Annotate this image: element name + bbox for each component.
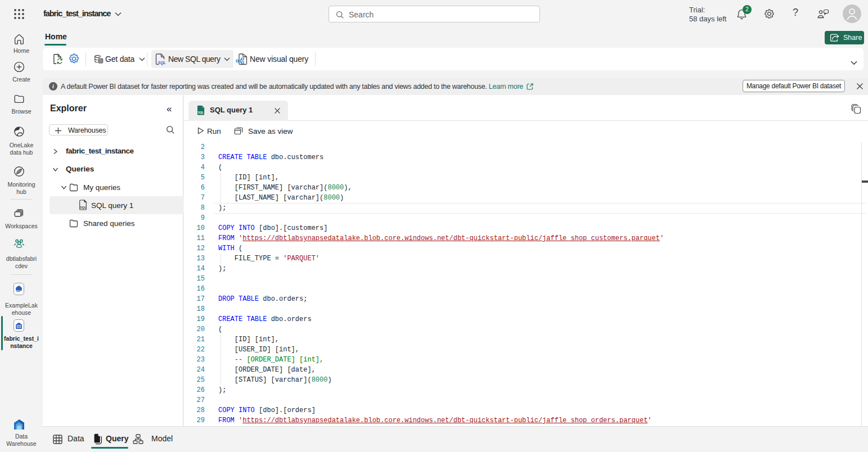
svg-text:SQL: SQL [158,61,166,65]
svg-text:SQL: SQL [80,206,87,209]
svg-text:SQL: SQL [198,111,204,114]
